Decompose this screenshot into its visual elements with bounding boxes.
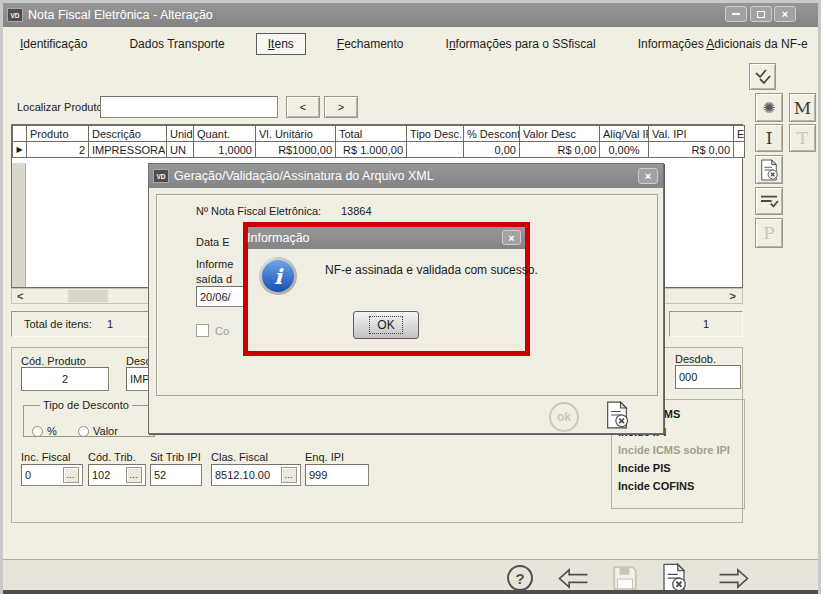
grid-selector-column <box>12 163 26 287</box>
radio-valor[interactable]: Valor <box>78 425 118 437</box>
maximize-button[interactable] <box>750 6 772 22</box>
cod-trib-field[interactable]: 102 … <box>88 464 146 486</box>
ok-button-disabled[interactable]: ok <box>549 402 579 432</box>
total-items-value: 1 <box>107 318 113 330</box>
cell-total: R$ 1.000,00 <box>336 142 407 158</box>
app-icon: VD <box>7 8 23 22</box>
info-dialog-title: Informação <box>252 231 310 245</box>
window-titlebar: VD Nota Fiscal Eletrônica - Alteração × <box>3 3 818 27</box>
app-window: VD Nota Fiscal Eletrônica - Alteração × … <box>0 0 821 594</box>
lines-check-icon <box>759 193 779 209</box>
info-dialog: Informação × i NF-e assinada e validada … <box>243 222 530 356</box>
cancel-nfe-button[interactable] <box>660 563 688 593</box>
confirm-all-button[interactable] <box>749 63 776 90</box>
info-ok-button[interactable]: OK <box>353 311 419 339</box>
clas-fiscal-picker-button[interactable]: … <box>281 467 297 483</box>
close-button[interactable]: × <box>774 6 796 22</box>
info-dialog-close-button[interactable]: × <box>502 230 521 245</box>
window-title: Nota Fiscal Eletrônica - Alteração <box>28 8 213 22</box>
minimize-button[interactable] <box>725 6 747 22</box>
search-prev-button[interactable]: < <box>286 96 320 118</box>
bottom-toolbar <box>3 559 818 594</box>
tab-fechamento[interactable]: Fechamento <box>326 34 415 54</box>
row-marker-icon: ▶ <box>13 142 27 158</box>
sit-trib-ipi-field[interactable]: 52 <box>150 464 202 486</box>
close-icon: × <box>782 8 788 20</box>
grid-row-impressora[interactable]: ▶ 2 IMPRESSORA UN 1,0000 R$1000,00 R$ 1.… <box>13 142 745 158</box>
scroll-thumb[interactable] <box>68 290 108 302</box>
grid-header: Unid <box>167 126 194 142</box>
information-icon: i <box>259 257 297 295</box>
burst-button[interactable]: ✺ <box>755 93 783 122</box>
xml-dialog-checkbox[interactable] <box>196 324 209 337</box>
nfe-number-label: Nº Nota Fiscal Eletrônica: <box>196 205 321 217</box>
enq-ipi-field[interactable]: 999 <box>305 464 369 486</box>
xml-cancel-document-button[interactable] <box>604 401 630 429</box>
grid-header: E <box>734 126 745 142</box>
search-input[interactable] <box>100 96 278 118</box>
nfe-number-value: 13864 <box>341 205 372 217</box>
tab-informacoes-ssfiscal[interactable]: Informações para o SSfiscal <box>435 34 607 54</box>
grid-header: Val. IPI <box>649 126 734 142</box>
grid-header: Descrição <box>89 126 167 142</box>
radio-percent-icon <box>32 426 43 437</box>
cancel-document-button[interactable] <box>755 155 783 184</box>
forward-button[interactable] <box>715 566 753 591</box>
p-button-disabled[interactable]: P <box>755 218 783 248</box>
grid-header: Produto <box>27 126 89 142</box>
xml-dialog-titlebar: VD Geração/Validação/Assinatura do Arqui… <box>149 164 663 188</box>
cell-descricao: IMPRESSORA <box>89 142 167 158</box>
data-emissao-label: Data E <box>196 236 230 248</box>
scroll-left-arrow[interactable]: < <box>17 289 23 303</box>
grid-header: Aliq/Val IP <box>600 126 649 142</box>
desdob-field[interactable]: 000 <box>675 365 741 389</box>
t-letter-icon: T <box>797 128 808 148</box>
xml-dialog-close-button[interactable]: × <box>638 168 658 184</box>
cod-produto-field[interactable]: 2 <box>21 367 109 391</box>
radio-percent[interactable]: % <box>32 425 57 437</box>
total-items-label: Total de itens: <box>24 318 92 330</box>
informe-label-line2: saída d <box>196 273 232 285</box>
back-button[interactable] <box>554 566 592 591</box>
list-check-button[interactable] <box>755 187 783 215</box>
desdob-label: Desdob. <box>675 353 716 365</box>
grid-header-row: Produto Descrição Unid Quant. Vl. Unitár… <box>13 126 745 142</box>
radio-valor-icon <box>78 426 89 437</box>
page-indicator-value: 1 <box>670 318 742 330</box>
help-button[interactable]: ? <box>507 565 533 591</box>
info-dialog-message: NF-e assinada e validada com sucesso. <box>325 263 538 277</box>
xml-dialog-title: Geração/Validação/Assinatura do Arquivo … <box>174 169 434 183</box>
scroll-right-arrow[interactable]: > <box>730 289 736 303</box>
clas-fiscal-field[interactable]: 8512.10.00 … <box>211 464 301 486</box>
search-next-button[interactable]: > <box>324 96 358 118</box>
cell-vl-unitario: R$1000,00 <box>256 142 336 158</box>
grid-header: Total <box>336 126 407 142</box>
cell-produto: 2 <box>27 142 89 158</box>
t-button-disabled[interactable]: T <box>789 124 816 152</box>
tab-dados-transporte[interactable]: Dados Transporte <box>118 34 235 54</box>
inc-fiscal-field[interactable]: 0 … <box>21 464 83 486</box>
close-icon: × <box>645 170 651 182</box>
cod-produto-label: Cód. Produto <box>21 355 86 367</box>
arrow-right-icon <box>715 566 753 591</box>
save-button-disabled[interactable] <box>610 564 640 592</box>
burst-icon: ✺ <box>763 99 776 117</box>
i-button[interactable]: I <box>755 124 783 152</box>
tab-itens[interactable]: Itens <box>256 33 306 55</box>
grid-header: Quant. <box>194 126 256 142</box>
cod-trib-picker-button[interactable]: … <box>126 467 142 483</box>
m-button[interactable]: M <box>789 93 816 122</box>
page-indicator-panel: 1 <box>669 311 743 337</box>
document-x-icon <box>604 401 630 429</box>
cell-pct-desconto: 0,00 <box>464 142 520 158</box>
tipo-desconto-group: Tipo de Desconto % Valor <box>23 399 155 437</box>
tab-identificacao[interactable]: Identificação <box>9 34 98 54</box>
cell-extra <box>734 142 745 158</box>
informe-label-line1: Informe <box>196 258 233 270</box>
tab-informacoes-adicionais[interactable]: Informações Adicionais da NF-e <box>627 34 819 54</box>
inc-fiscal-picker-button[interactable]: … <box>63 467 79 483</box>
maximize-icon <box>757 11 765 18</box>
grid-header: Tipo Desc. <box>407 126 464 142</box>
cell-tipo-desc <box>407 142 464 158</box>
inc-fiscal-label: Inc. Fiscal <box>21 451 71 463</box>
